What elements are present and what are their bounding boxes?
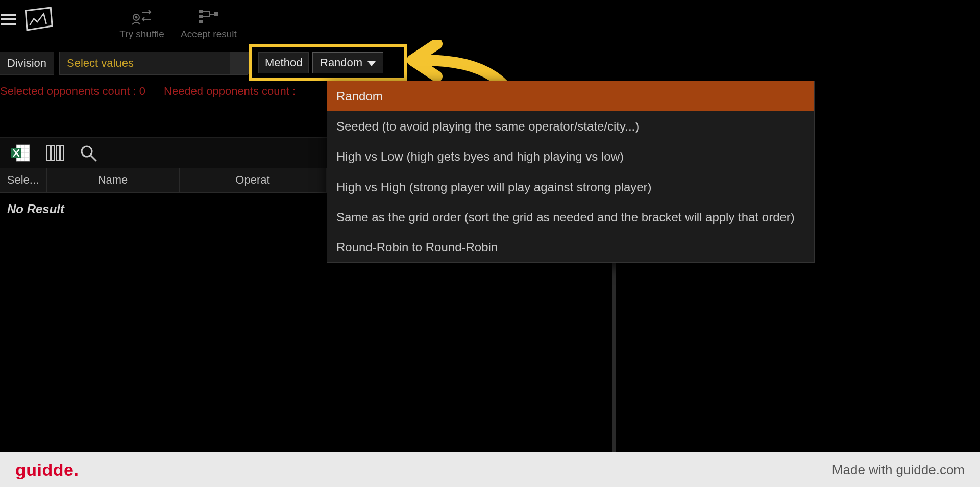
no-result-message: No Result <box>0 193 327 225</box>
grid-header-row: Sele... Name Operat <box>0 168 327 193</box>
dropdown-option-high-vs-low[interactable]: High vs Low (high gets byes and high pla… <box>327 141 814 171</box>
dropdown-option-round-robin[interactable]: Round-Robin to Round-Robin <box>327 232 814 262</box>
footer-made-with: Made with guidde.com <box>832 462 965 478</box>
svg-line-19 <box>91 156 96 161</box>
menu-button[interactable] <box>0 0 60 39</box>
division-label: Division <box>0 52 54 75</box>
method-value: Random <box>320 56 362 69</box>
accept-icon <box>197 7 220 27</box>
selected-opponents-count: Selected opponents count : 0 <box>0 85 145 98</box>
accept-result-label: Accept result <box>181 29 237 40</box>
grid-toolbar <box>0 138 327 168</box>
hamburger-icon <box>0 11 17 28</box>
top-toolbar: Try shuffle Accept result <box>0 0 980 48</box>
columns-button[interactable] <box>46 144 64 162</box>
dropdown-option-random[interactable]: Random <box>327 81 814 111</box>
column-header-name[interactable]: Name <box>47 168 180 192</box>
svg-rect-17 <box>61 146 63 160</box>
method-dropdown-list: Random Seeded (to avoid playing the same… <box>327 81 815 263</box>
dropdown-option-high-vs-high[interactable]: High vs High (strong player will play ag… <box>327 172 814 202</box>
results-grid: Sele... Name Operat No Result <box>0 137 327 452</box>
svg-point-1 <box>135 16 138 19</box>
controls-row: Division Select values <box>0 51 980 75</box>
dropdown-option-seeded[interactable]: Seeded (to avoid playing the same operat… <box>327 111 814 141</box>
method-label: Method <box>258 52 309 73</box>
footer: guidde. Made with guidde.com <box>0 452 980 487</box>
accept-result-button[interactable]: Accept result <box>173 0 245 42</box>
division-placeholder: Select values <box>67 57 134 70</box>
svg-rect-3 <box>199 15 203 18</box>
column-header-select[interactable]: Sele... <box>0 168 47 192</box>
search-button[interactable] <box>80 144 97 162</box>
chevron-down-icon <box>368 61 376 66</box>
svg-rect-4 <box>199 20 203 23</box>
status-line: Selected opponents count : 0 Needed oppo… <box>0 85 296 98</box>
guidde-logo: guidde. <box>15 460 79 480</box>
method-dropdown[interactable]: Random <box>312 52 383 73</box>
svg-rect-16 <box>56 146 59 160</box>
needed-opponents-count: Needed opponents count : <box>164 85 296 98</box>
svg-rect-2 <box>199 10 203 13</box>
svg-rect-5 <box>214 12 218 16</box>
export-excel-button[interactable] <box>10 143 31 163</box>
app-logo-icon <box>18 4 59 35</box>
svg-rect-14 <box>47 146 50 160</box>
column-header-operator[interactable]: Operat <box>180 168 327 192</box>
try-shuffle-button[interactable]: Try shuffle <box>111 0 173 42</box>
try-shuffle-label: Try shuffle <box>119 29 164 40</box>
shuffle-icon <box>130 7 154 27</box>
svg-rect-15 <box>52 146 55 160</box>
division-select[interactable]: Select values <box>59 52 248 75</box>
dropdown-option-grid-order[interactable]: Same as the grid order (sort the grid as… <box>327 202 814 232</box>
